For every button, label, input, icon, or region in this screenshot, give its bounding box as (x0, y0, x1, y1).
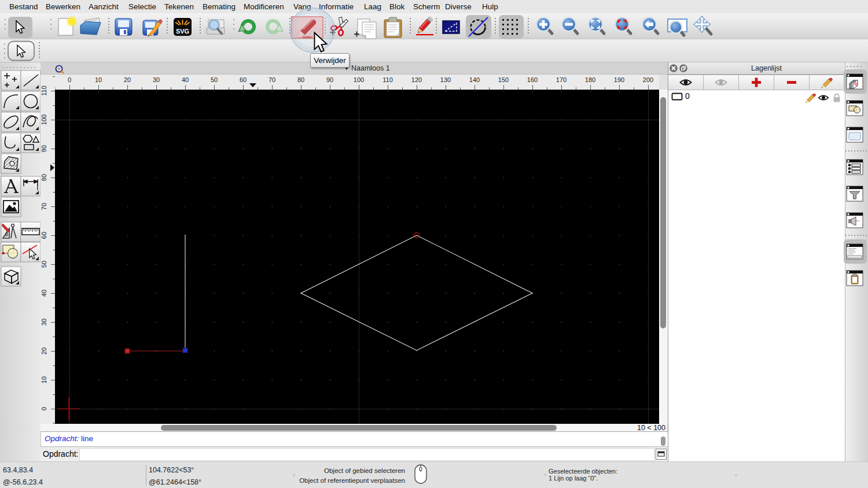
svg-text:20: 20 (41, 347, 47, 354)
svg-text:SVG: SVG (176, 28, 189, 35)
svg-text:110: 110 (41, 86, 47, 96)
svg-text:80: 80 (297, 76, 304, 83)
svg-text:200: 200 (643, 76, 653, 83)
svg-text:80: 80 (41, 174, 47, 181)
svg-text:0: 0 (41, 407, 47, 411)
svg-text:50: 50 (41, 261, 47, 268)
svg-text:70: 70 (41, 203, 47, 210)
svg-text:60: 60 (41, 232, 47, 239)
svg-text:140: 140 (469, 76, 480, 83)
svg-text:10: 10 (95, 76, 102, 83)
svg-text:90: 90 (326, 76, 333, 83)
svg-text:130: 130 (440, 76, 451, 83)
svg-text:30: 30 (41, 319, 47, 326)
svg-text:110: 110 (382, 76, 393, 83)
svg-text:50: 50 (211, 76, 218, 83)
svg-text:170: 170 (556, 76, 567, 83)
svg-text:180: 180 (585, 76, 595, 83)
svg-text:100: 100 (354, 76, 364, 83)
svg-text:40: 40 (41, 290, 47, 297)
svg-text:60: 60 (240, 76, 247, 83)
svg-text:0: 0 (68, 76, 71, 83)
svg-text:30: 30 (153, 76, 160, 83)
svg-text:70: 70 (269, 76, 275, 83)
svg-text:160: 160 (527, 76, 538, 83)
svg-text:20: 20 (124, 76, 131, 83)
svg-text:100: 100 (41, 114, 47, 125)
svg-text:120: 120 (411, 76, 422, 83)
svg-text:150: 150 (498, 76, 509, 83)
svg-text:40: 40 (182, 76, 189, 83)
svg-text:90: 90 (41, 145, 47, 152)
svg-text:10: 10 (41, 376, 47, 383)
svg-text:190: 190 (614, 76, 624, 83)
